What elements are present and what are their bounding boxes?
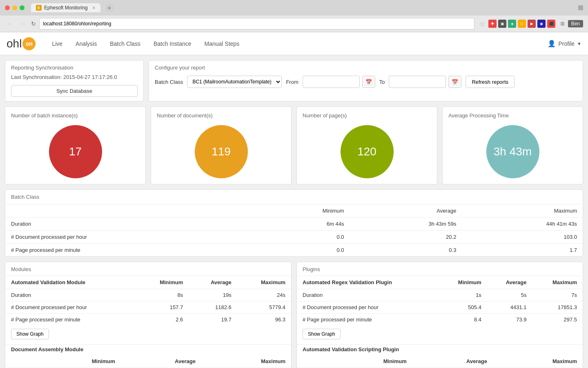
row-avg-duration: 3h 43m 59s xyxy=(350,218,462,231)
logo-on: on xyxy=(22,37,36,50)
minimize-dot[interactable] xyxy=(12,5,17,10)
dam-min-header: Minimum xyxy=(34,355,121,368)
browser-extensions: ✚ ▣ ◈ ⬡ ▶ ◉ ⬛ xyxy=(488,20,555,28)
automated-regex-plugin-table: Automated Regex Validation Plugin Minimu… xyxy=(297,276,583,325)
table-row: # Page processed per minute 0.0 0.3 1.7 xyxy=(5,244,583,257)
tab-close-icon[interactable]: ✕ xyxy=(92,5,96,11)
logo-text: ohl xyxy=(7,37,22,50)
bottom-row: Modules Automated Validation Module Mini… xyxy=(5,262,583,368)
bookmark-icon[interactable]: ☆ xyxy=(479,20,485,28)
dam-avg-header: Average xyxy=(121,355,201,368)
stat-label-batch-instances: Number of batch instance(s) xyxy=(11,112,78,119)
browser-menu-icon[interactable]: ≡ xyxy=(560,20,565,28)
window-control xyxy=(578,5,583,10)
from-calendar-icon[interactable]: 📅 xyxy=(362,76,375,88)
nav-item-live[interactable]: Live xyxy=(45,32,69,55)
batch-class-table-title: Batch Class xyxy=(5,190,583,204)
ext-icon-5[interactable]: ▶ xyxy=(528,20,536,28)
ext-icon-3[interactable]: ◈ xyxy=(508,20,516,28)
row-max-doc-per-hour: 103.0 xyxy=(462,231,583,244)
table-row: # Document processed per hour 0.0 20.2 1… xyxy=(5,231,583,244)
batch-class-table: Minimum Average Maximum Duration 6m 44s … xyxy=(5,204,583,256)
plugins-title: Plugins xyxy=(297,266,583,276)
stat-circle-wrapper-pages: 120 xyxy=(303,125,431,178)
plugin-row-page-per-min-avg: 73.9 xyxy=(487,314,532,326)
row-min-page-per-min: 0.0 xyxy=(255,244,350,257)
page-content: Reporting Synchronisation Last Synchroni… xyxy=(0,55,588,368)
from-date-group: 📅 xyxy=(303,76,375,88)
browser-user-button[interactable]: Ben xyxy=(568,20,583,27)
refresh-reports-button[interactable]: Refresh reports xyxy=(466,76,514,88)
forward-button[interactable]: → xyxy=(18,19,28,28)
browser-titlebar: E Ephesoft Monitoring ✕ + xyxy=(0,0,588,16)
plugin-row-doc-per-hour-avg: 4431.1 xyxy=(487,301,532,314)
sync-title: Reporting Synchronisation xyxy=(11,65,138,71)
nav-item-batch-class[interactable]: Batch Class xyxy=(103,32,147,55)
from-label: From xyxy=(286,79,298,85)
plugins-card: Plugins Automated Regex Validation Plugi… xyxy=(296,262,583,368)
show-graph-button-plugins[interactable]: Show Graph xyxy=(303,329,341,339)
profile-label: Profile xyxy=(558,40,575,47)
module-name-header: Automated Validation Module xyxy=(5,276,136,289)
module-row-page-per-min-min: 2.6 xyxy=(136,314,189,326)
row-max-page-per-min: 1.7 xyxy=(462,244,583,257)
module-row-page-per-min-max: 96.3 xyxy=(237,314,291,326)
document-assembly-module-title: Document Assembly Module xyxy=(5,344,291,355)
browser-tab[interactable]: E Ephesoft Monitoring ✕ xyxy=(31,3,100,12)
module-row-page-per-min-avg: 19.7 xyxy=(189,314,237,326)
from-date-input[interactable] xyxy=(303,76,360,88)
maximize-dot[interactable] xyxy=(20,5,24,10)
ext-icon-7[interactable]: ⬛ xyxy=(547,20,555,28)
plugin-row-doc-per-hour-max: 17851.3 xyxy=(532,301,583,314)
browser-chrome: E Ephesoft Monitoring ✕ + ← → ↻ ☆ ✚ ▣ ◈ … xyxy=(0,0,588,32)
automated-validation-scripting-plugin-title: Automated Validation Scripting Plugin xyxy=(297,344,583,355)
tab-favicon: E xyxy=(36,5,42,11)
module-row-doc-per-hour-min: 157.7 xyxy=(136,301,189,314)
batch-class-select[interactable]: BC1 (MailroomAutomationTemplate) xyxy=(187,76,282,88)
to-calendar-icon[interactable]: 📅 xyxy=(448,76,461,88)
row-label-page-per-min: # Page processed per minute xyxy=(5,244,255,257)
stat-card-batch-instances: Number of batch instance(s) 17 xyxy=(5,106,146,184)
plugin-row-duration-max: 7s xyxy=(532,289,583,301)
sync-info: Last Synchronisation: 2015-04-27 17:17:2… xyxy=(11,74,138,80)
new-tab-button[interactable]: + xyxy=(105,4,114,12)
table-row: # Document processed per hour 157.7 1182… xyxy=(5,301,291,314)
top-row: Reporting Synchronisation Last Synchroni… xyxy=(5,60,583,101)
reload-button[interactable]: ↻ xyxy=(31,20,36,27)
table-row: Duration 6m 44s 3h 43m 59s 44h 41m 43s xyxy=(5,218,583,231)
show-graph-button-modules[interactable]: Show Graph xyxy=(11,329,49,339)
table-row: # Document processed per hour 505.4 4431… xyxy=(297,301,583,314)
module-min-header: Minimum xyxy=(136,276,189,289)
ext-icon-2[interactable]: ▣ xyxy=(498,20,506,28)
close-dot[interactable] xyxy=(5,5,10,10)
address-bar[interactable] xyxy=(39,18,474,29)
stat-card-avg-processing: Average Processing Time 3h 43m xyxy=(442,106,583,184)
sync-database-button[interactable]: Sync Database xyxy=(11,85,138,97)
config-card: Configure your report Batch Class BC1 (M… xyxy=(149,60,583,101)
to-date-input[interactable] xyxy=(389,76,446,88)
ext-icon-1[interactable]: ✚ xyxy=(488,20,497,28)
main-nav: Live Analysis Batch Class Batch Instance… xyxy=(45,32,548,55)
row-max-duration: 44h 41m 43s xyxy=(462,218,583,231)
ext-icon-6[interactable]: ◉ xyxy=(537,20,546,28)
table-row: # Page processed per minute 8.4 73.9 297… xyxy=(297,314,583,326)
stat-card-pages: Number of page(s) 120 xyxy=(296,106,437,184)
profile-menu[interactable]: 👤 Profile ▼ xyxy=(548,40,581,47)
plugin-row-page-per-min-min: 8.4 xyxy=(439,314,487,326)
dam-max-header: Maximum xyxy=(201,355,291,368)
nav-item-manual-steps[interactable]: Manual Steps xyxy=(198,32,246,55)
avsp-label-header xyxy=(297,355,325,368)
plugin-row-page-per-min-max: 297.5 xyxy=(532,314,583,326)
to-label: To xyxy=(379,79,385,85)
nav-item-batch-instance[interactable]: Batch Instance xyxy=(147,32,198,55)
row-avg-page-per-min: 0.3 xyxy=(350,244,462,257)
col-header-minimum: Minimum xyxy=(255,204,350,218)
back-button[interactable]: ← xyxy=(5,19,15,28)
module-row-doc-per-hour: # Document processed per hour xyxy=(5,301,136,314)
plugin-max-header: Maximum xyxy=(532,276,583,289)
ext-icon-4[interactable]: ⬡ xyxy=(518,20,526,28)
stat-circle-avg-processing: 3h 43m xyxy=(486,125,539,178)
stat-label-avg-processing: Average Processing Time xyxy=(448,112,509,119)
table-row: Duration 8s 19s 24s xyxy=(5,289,291,301)
nav-item-analysis[interactable]: Analysis xyxy=(69,32,103,55)
